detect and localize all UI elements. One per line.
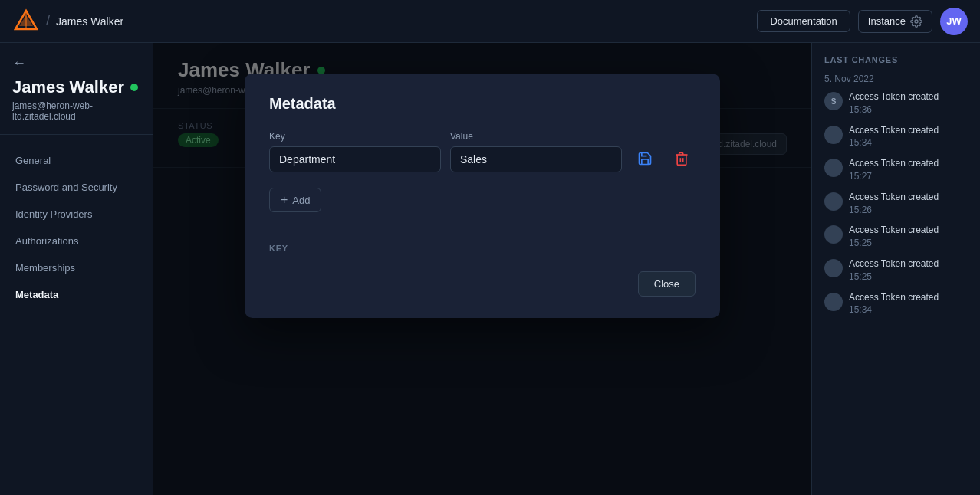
change-time-3: 15:27	[849, 171, 872, 182]
user-name-row: James Walker	[12, 77, 140, 97]
user-avatar[interactable]: JW	[940, 8, 968, 35]
modal-title: Metadata	[269, 95, 696, 113]
change-text-5: Access Token created 15:25	[849, 224, 939, 250]
sidebar-item-password[interactable]: Password and Security	[0, 174, 153, 201]
change-time-4: 15:26	[849, 205, 872, 215]
change-time-7: 15:34	[849, 304, 872, 315]
change-item-6: Access Token created 15:25	[824, 257, 968, 284]
sidebar-item-idp[interactable]: Identity Providers	[0, 201, 153, 228]
metadata-form-row: Key Value	[269, 131, 696, 172]
change-avatar-7	[824, 293, 843, 311]
sidebar-nav: General Password and Security Identity P…	[0, 141, 153, 314]
page-layout: ← James Walker james@heron-web-ltd.zitad…	[0, 43, 980, 495]
change-avatar-4	[824, 192, 843, 211]
user-header: ← James Walker james@heron-web-ltd.zitad…	[0, 55, 153, 135]
change-action-5: Access Token created	[849, 225, 939, 235]
value-label: Value	[450, 131, 622, 142]
change-text-7: Access Token created 15:34	[849, 291, 939, 317]
gear-icon	[910, 15, 922, 28]
key-column-header: KEY	[269, 244, 288, 253]
key-label: Key	[269, 131, 441, 142]
change-action-7: Access Token created	[849, 292, 939, 303]
value-form-group: Value	[450, 131, 622, 172]
user-name: James Walker	[12, 77, 124, 97]
sidebar: ← James Walker james@heron-web-ltd.zitad…	[0, 43, 153, 495]
last-changes-title: LAST CHANGES	[824, 55, 968, 64]
change-time-1: 15:36	[849, 104, 872, 115]
change-action-6: Access Token created	[849, 258, 939, 269]
instance-label: Instance	[868, 15, 906, 27]
change-action-2: Access Token created	[849, 125, 939, 136]
change-text-6: Access Token created 15:25	[849, 257, 939, 284]
change-text-3: Access Token created 15:27	[849, 157, 939, 183]
save-metadata-button[interactable]	[631, 145, 659, 172]
back-row: ←	[12, 55, 140, 71]
close-modal-button[interactable]: Close	[638, 271, 696, 297]
change-time-2: 15:34	[849, 137, 872, 148]
sidebar-item-metadata[interactable]: Metadata	[0, 281, 153, 308]
change-action-1: Access Token created	[849, 91, 939, 102]
back-button[interactable]: ←	[12, 55, 26, 71]
user-email: james@heron-web-ltd.zitadel.cloud	[12, 100, 140, 122]
save-icon	[637, 151, 653, 166]
change-avatar-1: S	[824, 92, 843, 110]
change-avatar-3	[824, 159, 843, 177]
instance-button[interactable]: Instance	[858, 10, 932, 33]
add-plus-icon: +	[281, 193, 288, 207]
sidebar-item-general[interactable]: General	[0, 147, 153, 174]
change-item-3: Access Token created 15:27	[824, 157, 968, 183]
app-logo	[12, 8, 40, 35]
svg-point-3	[915, 20, 918, 23]
online-status-dot	[130, 84, 138, 91]
change-text-1: Access Token created 15:36	[849, 90, 939, 116]
topnav-right: Documentation Instance JW	[757, 8, 968, 35]
breadcrumb-user: James Walker	[56, 15, 123, 28]
change-text-2: Access Token created 15:34	[849, 124, 939, 150]
sidebar-item-authorizations[interactable]: Authorizations	[0, 228, 153, 254]
change-text-4: Access Token created 15:26	[849, 191, 939, 217]
sidebar-item-memberships[interactable]: Memberships	[0, 254, 153, 281]
add-metadata-button[interactable]: + Add	[269, 188, 321, 212]
topnav: / James Walker Documentation Instance JW	[0, 0, 980, 43]
change-item-2: Access Token created 15:34	[824, 124, 968, 150]
key-form-group: Key	[269, 131, 441, 172]
change-avatar-6	[824, 259, 843, 277]
modal-overlay: Metadata Key Value	[153, 43, 811, 495]
change-action-3: Access Token created	[849, 158, 939, 169]
change-time-6: 15:25	[849, 271, 872, 282]
change-item-1: S Access Token created 15:36	[824, 90, 968, 116]
value-input[interactable]	[450, 146, 622, 172]
breadcrumb-separator: /	[46, 13, 50, 29]
trash-icon	[674, 151, 689, 166]
right-panel: LAST CHANGES 5. Nov 2022 S Access Token …	[811, 43, 980, 495]
change-item-5: Access Token created 15:25	[824, 224, 968, 250]
change-item-4: Access Token created 15:26	[824, 191, 968, 217]
change-action-4: Access Token created	[849, 192, 939, 202]
delete-metadata-button[interactable]	[668, 145, 696, 172]
metadata-table-header: KEY	[269, 231, 696, 259]
change-time-5: 15:25	[849, 238, 872, 248]
content-area: James Walker james@heron-web-ltd.zitadel…	[153, 43, 811, 495]
modal-footer: Close	[269, 271, 696, 297]
logo-area: / James Walker	[12, 8, 123, 35]
metadata-modal: Metadata Key Value	[245, 74, 720, 318]
documentation-button[interactable]: Documentation	[757, 10, 850, 32]
key-input[interactable]	[269, 146, 441, 172]
change-item-7: Access Token created 15:34	[824, 291, 968, 317]
change-avatar-5	[824, 225, 843, 244]
add-label: Add	[292, 195, 310, 206]
change-avatar-2	[824, 126, 843, 144]
changes-date: 5. Nov 2022	[824, 74, 968, 84]
